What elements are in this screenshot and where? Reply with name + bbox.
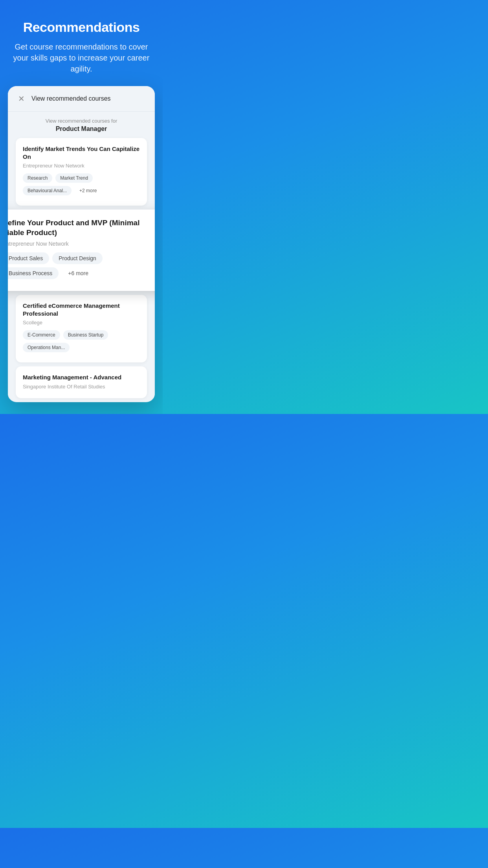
tag-market-trend: Market Trend bbox=[55, 173, 93, 183]
tag-behavioural: Behavioural Anal... bbox=[23, 186, 72, 195]
course-tags-3b: Operations Man... bbox=[23, 343, 140, 352]
close-button[interactable]: ✕ bbox=[16, 93, 27, 104]
header: Recommendations Get course recommendatio… bbox=[8, 20, 155, 74]
course-name-3: Certified eCommerce Management Professio… bbox=[23, 302, 140, 317]
modal-title: View recommended courses bbox=[31, 95, 111, 102]
tag-product-design: Product Design bbox=[52, 252, 103, 264]
course-provider-3: Scollege bbox=[23, 320, 140, 326]
course-card-1[interactable]: Identify Market Trends You Can Capitaliz… bbox=[16, 138, 147, 206]
course-tags-3a: E-Commerce Business Startup bbox=[23, 330, 140, 340]
course-card-3[interactable]: Certified eCommerce Management Professio… bbox=[16, 295, 147, 362]
course-name-4: Marketing Management - Advanced bbox=[23, 373, 140, 381]
modal-header: ✕ View recommended courses bbox=[8, 86, 155, 112]
recommendations-modal: ✕ View recommended courses View recommen… bbox=[8, 86, 155, 402]
course-provider-1: Entrepreneur Now Network bbox=[23, 163, 140, 169]
course-card-4[interactable]: Marketing Management - Advanced Singapor… bbox=[16, 366, 147, 398]
tag-operations: Operations Man... bbox=[23, 343, 70, 352]
tag-business-process: Business Process bbox=[8, 267, 59, 279]
course-tags-2b: Business Process +6 more bbox=[8, 267, 155, 279]
tag-ecommerce: E-Commerce bbox=[23, 330, 60, 340]
header-subtitle: Get course recommendations to cover your… bbox=[12, 41, 151, 74]
course-tags-1b: Behavioural Anal... +2 more bbox=[23, 186, 140, 195]
page-title: Recommendations bbox=[12, 20, 151, 35]
course-provider-2: Entrepreneur Now Network bbox=[8, 241, 155, 247]
modal-subtitle: View recommended courses for bbox=[16, 118, 147, 124]
course-provider-4: Singapore Institute Of Retail Studies bbox=[23, 384, 140, 390]
close-icon: ✕ bbox=[18, 94, 25, 103]
tag-research: Research bbox=[23, 173, 52, 183]
course-tags-1: Research Market Trend bbox=[23, 173, 140, 183]
course-tags-2a: Product Sales Product Design bbox=[8, 252, 155, 264]
tag-more-2: +6 more bbox=[62, 267, 95, 279]
modal-role: Product Manager bbox=[16, 125, 147, 132]
course-name-2: Define Your Product and MVP (Minimal Via… bbox=[8, 218, 155, 237]
tag-business-startup: Business Startup bbox=[63, 330, 108, 340]
tag-more-1: +2 more bbox=[75, 186, 101, 195]
course-name-1: Identify Market Trends You Can Capitaliz… bbox=[23, 145, 140, 160]
modal-body: View recommended courses for Product Man… bbox=[8, 112, 155, 398]
course-card-2-featured[interactable]: Define Your Product and MVP (Minimal Via… bbox=[8, 210, 155, 291]
tag-product-sales: Product Sales bbox=[8, 252, 49, 264]
